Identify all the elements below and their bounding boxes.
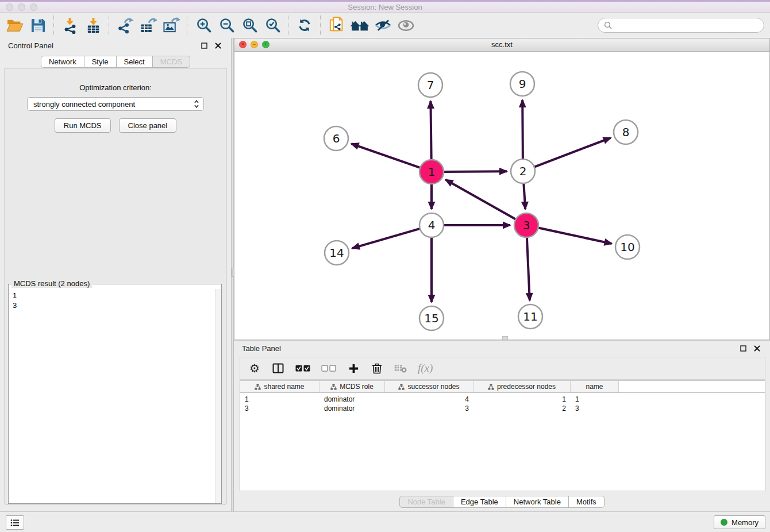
cell-mcds-role[interactable]: dominator xyxy=(319,404,385,413)
tab-network[interactable]: Network xyxy=(41,56,84,68)
mcds-result-text[interactable]: 13 xyxy=(9,289,215,503)
show-all-button[interactable] xyxy=(394,14,417,36)
table-tab-network-table[interactable]: Network Table xyxy=(506,496,569,508)
tab-mcds[interactable]: MCDS xyxy=(153,56,190,68)
graph-node-3[interactable]: 3 xyxy=(514,213,538,237)
search-box[interactable] xyxy=(598,18,764,33)
network-splitter-grip[interactable] xyxy=(502,336,508,340)
column-header-predecessor-nodes[interactable]: predecessor nodes xyxy=(473,381,571,392)
cell-shared-name[interactable]: 1 xyxy=(240,395,319,403)
graph-node-11[interactable]: 11 xyxy=(518,304,542,329)
node-table: shared nameMCDS rolesuccessor nodesprede… xyxy=(240,380,765,491)
cell-predecessor-nodes[interactable]: 2 xyxy=(473,404,571,413)
criterion-dropdown[interactable]: strongly connected component xyxy=(27,97,204,111)
cell-predecessor-nodes[interactable]: 1 xyxy=(473,395,571,403)
open-session-button[interactable] xyxy=(3,14,26,36)
table-tab-node-table[interactable]: Node Table xyxy=(399,496,453,508)
homes-icon xyxy=(350,19,369,32)
table-options-button[interactable]: ⚙ xyxy=(248,363,261,374)
zoom-selected-button[interactable] xyxy=(261,14,284,36)
float-table-panel-button[interactable] xyxy=(738,344,748,353)
column-header-name[interactable]: name xyxy=(571,381,619,392)
float-panel-button[interactable] xyxy=(199,41,209,50)
network-canvas[interactable]: 7968124314101511 xyxy=(234,52,769,340)
edge-2-3[interactable] xyxy=(523,182,525,209)
function-builder-button[interactable]: f(x) xyxy=(418,362,433,375)
column-header-shared-name[interactable]: shared name xyxy=(240,381,319,392)
export-network-icon xyxy=(117,17,134,34)
node-label: 15 xyxy=(424,311,438,325)
toolbar-separator xyxy=(320,16,321,35)
cell-name[interactable]: 3 xyxy=(571,404,619,413)
cell-successor-nodes[interactable]: 4 xyxy=(385,395,473,403)
export-table-button[interactable] xyxy=(137,14,160,36)
edge-3-1[interactable] xyxy=(445,180,517,220)
close-table-panel-button[interactable] xyxy=(752,344,762,353)
graph-node-10[interactable]: 10 xyxy=(615,235,640,259)
column-header-successor-nodes[interactable]: successor nodes xyxy=(385,381,473,392)
export-image-button[interactable] xyxy=(160,14,183,36)
edge-1-2[interactable] xyxy=(442,171,507,172)
edge-2-8[interactable] xyxy=(533,138,611,167)
cell-name[interactable]: 1 xyxy=(571,395,619,403)
select-all-columns-button[interactable] xyxy=(295,365,310,372)
delete-columns-button[interactable] xyxy=(371,363,383,374)
network-from-clipboard-button[interactable] xyxy=(325,14,348,36)
node-label: 11 xyxy=(523,310,537,323)
close-panel-button[interactable] xyxy=(213,41,223,50)
graph-node-8[interactable]: 8 xyxy=(614,120,638,144)
table-tab-edge-table[interactable]: Edge Table xyxy=(453,496,506,508)
save-session-button[interactable] xyxy=(26,14,49,36)
show-column-button[interactable] xyxy=(272,363,284,373)
table-tab-motifs[interactable]: Motifs xyxy=(569,496,605,508)
tab-select[interactable]: Select xyxy=(117,56,153,68)
column-header-mcds-role[interactable]: MCDS role xyxy=(319,381,385,392)
close-panel-action-button[interactable]: Close panel xyxy=(119,118,177,133)
edge-2-9[interactable] xyxy=(522,100,523,160)
create-new-column-button[interactable] xyxy=(347,364,360,373)
task-history-button[interactable] xyxy=(6,515,24,530)
cell-successor-nodes[interactable]: 3 xyxy=(385,404,473,413)
result-scrollbar[interactable] xyxy=(215,289,221,503)
import-network-button[interactable] xyxy=(59,14,82,36)
graph-node-4[interactable]: 4 xyxy=(419,213,444,237)
cell-mcds-role[interactable]: dominator xyxy=(319,395,385,403)
zoom-in-button[interactable] xyxy=(192,14,215,36)
edge-1-6[interactable] xyxy=(351,144,421,168)
graph-node-1[interactable]: 1 xyxy=(419,160,444,184)
import-table-icon xyxy=(85,17,102,34)
zoom-fit-button[interactable] xyxy=(238,14,261,36)
mcds-result-title: MCDS result (2 nodes) xyxy=(11,279,92,288)
graph-node-9[interactable]: 9 xyxy=(510,72,534,96)
unselect-all-columns-button[interactable] xyxy=(321,365,336,372)
graph-node-14[interactable]: 14 xyxy=(325,241,349,265)
network-view-window: × − + scc.txt 7968124314101511 xyxy=(234,38,770,340)
run-mcds-button[interactable]: Run MCDS xyxy=(55,118,111,133)
memory-button[interactable]: Memory xyxy=(714,515,765,529)
network-window-titlebar[interactable]: × − + scc.txt xyxy=(234,38,769,52)
hide-selected-button[interactable] xyxy=(371,14,394,36)
edge-4-14[interactable] xyxy=(352,228,421,248)
edge-1-7[interactable] xyxy=(430,101,431,161)
export-network-button[interactable] xyxy=(114,14,137,36)
refresh-icon xyxy=(297,17,313,33)
search-input[interactable] xyxy=(615,21,758,30)
table-row[interactable]: 3dominator323 xyxy=(240,404,765,413)
refresh-button[interactable] xyxy=(293,14,316,36)
zoom-out-button[interactable] xyxy=(215,14,238,36)
table-toolbar: ⚙ xyxy=(240,357,765,380)
first-neighbors-button[interactable] xyxy=(348,14,371,36)
cell-shared-name[interactable]: 3 xyxy=(240,404,319,413)
memory-button-label: Memory xyxy=(732,518,759,527)
table-row[interactable]: 1dominator411 xyxy=(240,395,765,404)
import-table-button[interactable] xyxy=(82,14,105,36)
graph-node-7[interactable]: 7 xyxy=(418,73,442,97)
edge-3-10[interactable] xyxy=(537,228,612,244)
graph-node-2[interactable]: 2 xyxy=(511,159,535,183)
delete-table-button[interactable] xyxy=(394,364,407,373)
edge-3-11[interactable] xyxy=(527,236,530,300)
tab-style[interactable]: Style xyxy=(84,56,117,68)
graph-node-15[interactable]: 15 xyxy=(419,306,444,330)
graph-node-6[interactable]: 6 xyxy=(324,126,348,151)
list-icon xyxy=(10,519,20,527)
